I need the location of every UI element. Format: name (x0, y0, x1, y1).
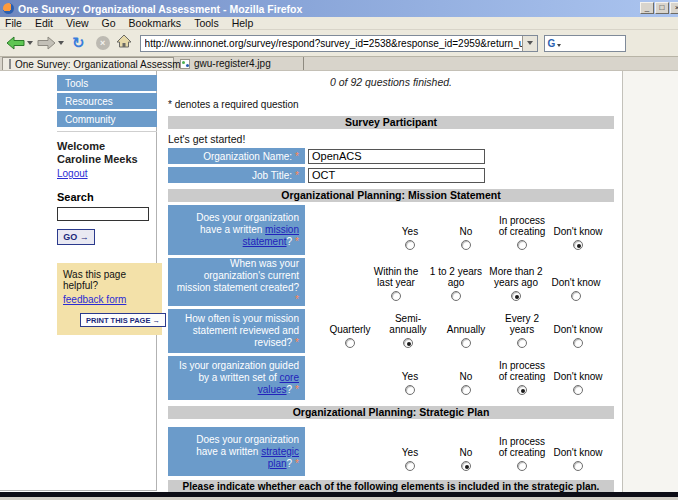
option-label: Yes (402, 371, 418, 382)
radio-option[interactable] (573, 461, 583, 471)
search-engine-box[interactable]: G (544, 35, 626, 52)
forward-dropdown-icon[interactable] (58, 41, 64, 45)
radio-option[interactable] (405, 385, 415, 395)
close-button[interactable]: × (670, 2, 678, 14)
radio-option[interactable] (405, 240, 415, 250)
menu-tools[interactable]: Tools (194, 17, 219, 29)
radio-option[interactable] (517, 385, 527, 395)
welcome-text: Welcome Caroline Meeks (57, 140, 157, 166)
organization-name-row: Organization Name:* (168, 148, 614, 164)
back-button[interactable] (6, 36, 33, 50)
radio-option[interactable] (461, 338, 471, 348)
menu-view[interactable]: View (66, 17, 89, 29)
question-row: Is your organization guided by a written… (168, 356, 614, 400)
question-label: How often is your mission statement revi… (168, 309, 305, 353)
question-row: Does your organization have a written st… (168, 427, 614, 476)
sidebar-item-resources[interactable]: Resources (57, 93, 157, 109)
feedback-form-link[interactable]: feedback form (63, 294, 126, 305)
menu-bookmarks[interactable]: Bookmarks (129, 17, 182, 29)
maximize-button[interactable]: □ (655, 2, 669, 14)
radio-option[interactable] (573, 240, 583, 250)
question-row: When was your organization's current mis… (168, 258, 614, 306)
job-title-input[interactable] (308, 168, 485, 183)
search-label: Search (57, 191, 157, 203)
search-engine-dropdown-icon[interactable] (557, 44, 561, 47)
menu-file[interactable]: File (5, 17, 22, 29)
radio-option[interactable] (517, 338, 527, 348)
radio-option[interactable] (573, 338, 583, 348)
answer-options: Within the last year 1 to 2 years ago Mo… (305, 258, 614, 306)
question-label: Is your organization guided by a written… (168, 356, 305, 400)
search-section: Search GO → (57, 191, 157, 245)
sidebar-item-community[interactable]: Community (57, 111, 157, 127)
radio-option[interactable] (391, 291, 401, 301)
radio-option[interactable] (517, 461, 527, 471)
minimize-button[interactable]: _ (640, 2, 654, 14)
url-bar (140, 35, 538, 52)
tab-image[interactable]: gwu-register4.jpg (174, 57, 304, 70)
option-label: 1 to 2 years ago (426, 266, 486, 288)
required-note: * denotes a required question (168, 99, 614, 110)
feedback-question: Was this page helpful? (63, 269, 157, 291)
back-arrow-icon (6, 36, 25, 50)
answer-options: Yes No In process of creating Don't know (305, 427, 614, 476)
radio-option[interactable] (403, 338, 413, 348)
print-page-button[interactable]: PRINT THIS PAGE → (80, 313, 166, 327)
radio-option[interactable] (461, 461, 471, 471)
sidebar: Tools Resources Community Welcome Caroli… (0, 71, 157, 491)
option-label: In process of creating (494, 436, 550, 458)
menu-help[interactable]: Help (232, 17, 254, 29)
page-viewport: Tools Resources Community Welcome Caroli… (0, 71, 678, 492)
option-label: Quarterly (329, 324, 370, 335)
option-label: Semi-annually (378, 313, 438, 335)
back-dropdown-icon[interactable] (27, 41, 33, 45)
home-icon[interactable] (116, 34, 132, 52)
reload-icon[interactable]: ↻ (72, 34, 85, 52)
option-label: Don't know (551, 277, 600, 288)
option-label: More than 2 years ago (486, 266, 546, 288)
radio-option[interactable] (345, 338, 355, 348)
url-dropdown-button[interactable] (522, 36, 537, 51)
intro-text: Let's get started! (168, 133, 614, 145)
logout-link[interactable]: Logout (57, 168, 88, 179)
image-icon (180, 59, 190, 69)
menu-edit[interactable]: Edit (35, 17, 53, 29)
radio-option[interactable] (511, 291, 521, 301)
option-label: Yes (402, 447, 418, 458)
organization-name-input[interactable] (308, 149, 485, 164)
radio-option[interactable] (405, 461, 415, 471)
forward-button[interactable] (37, 36, 64, 50)
option-label: Annually (447, 324, 485, 335)
sidebar-item-tools[interactable]: Tools (57, 75, 157, 91)
option-label: Within the last year (366, 266, 426, 288)
section-header-mission: Organizational Planning: Mission Stateme… (168, 189, 614, 202)
go-button[interactable]: GO → (57, 229, 95, 245)
question-row: How often is your mission statement revi… (168, 309, 614, 353)
stop-icon[interactable]: × (96, 36, 110, 50)
option-label: No (460, 447, 473, 458)
radio-option[interactable] (451, 291, 461, 301)
radio-option[interactable] (573, 385, 583, 395)
url-input[interactable] (141, 38, 522, 49)
progress-text: 0 of 92 questions finished. (168, 76, 614, 88)
strategic-plan-link[interactable]: strategic plan (261, 446, 299, 469)
search-input[interactable] (57, 207, 149, 221)
forward-arrow-icon (37, 36, 56, 50)
tab-survey[interactable]: One Survey: Organizational Assessm... (2, 57, 174, 70)
window-title: One Survey: Organizational Assessment - … (18, 3, 302, 15)
question-label: Does your organization have a written st… (168, 427, 305, 476)
radio-option[interactable] (461, 385, 471, 395)
section-header-strategic: Organizational Planning: Strategic Plan (168, 406, 614, 419)
radio-option[interactable] (571, 291, 581, 301)
survey-content: 0 of 92 questions finished. * denotes a … (168, 71, 614, 492)
menu-go[interactable]: Go (102, 17, 116, 29)
elements-note-header: Please indicate whether each of the foll… (168, 480, 614, 492)
radio-option[interactable] (517, 240, 527, 250)
option-label: Don't know (553, 371, 602, 382)
radio-option[interactable] (461, 240, 471, 250)
menu-bar: File Edit View Go Bookmarks Tools Help (0, 17, 678, 30)
option-label: Don't know (553, 226, 602, 237)
sidebar-divider (57, 131, 157, 132)
section-header-participant: Survey Participant (168, 116, 614, 129)
option-label: No (460, 226, 473, 237)
